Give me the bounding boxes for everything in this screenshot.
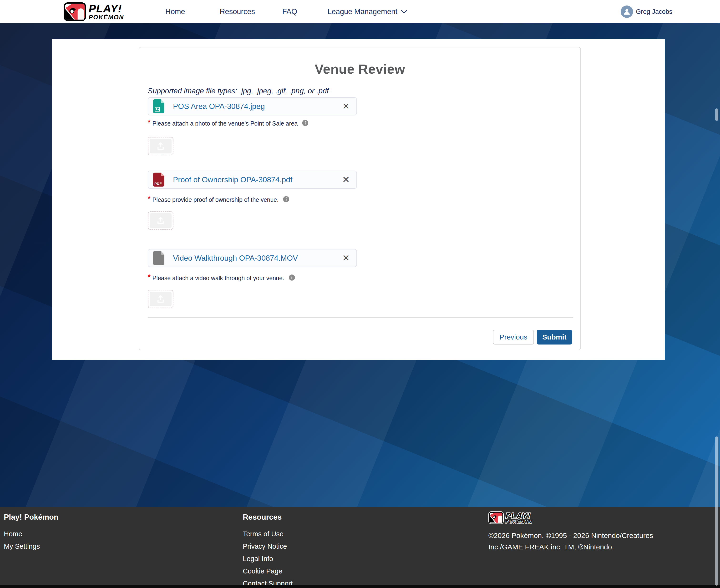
pdf-file-icon: PDF — [152, 172, 165, 187]
chevron-down-icon — [401, 9, 407, 14]
info-icon[interactable] — [289, 274, 295, 281]
upload-icon — [156, 142, 165, 150]
nav-item-league-management-label: League Management — [327, 7, 397, 16]
venue-review-panel: Venue Review Supported image file types:… — [139, 47, 581, 350]
file-name[interactable]: Proof of Ownership OPA-30874.pdf — [173, 175, 292, 184]
form-actions: Previous Submit — [148, 330, 572, 344]
upload-icon — [156, 216, 165, 225]
video-file-icon — [152, 250, 165, 266]
footer-column-legal: PLAY! POKÉMON ©2026 Pokémon. ©1995 - 202… — [484, 507, 720, 585]
page: PLAY! POKÉMON Home Resources FAQ League … — [0, 0, 720, 588]
user-name: Greg Jacobs — [636, 8, 672, 16]
upload-button[interactable] — [150, 292, 172, 307]
previous-button[interactable]: Previous — [493, 330, 534, 344]
brand-line2: POKÉMON — [89, 14, 124, 20]
uploaded-file-video-walkthrough[interactable]: Video Walkthrough OPA-30874.MOV ✕ — [148, 249, 357, 267]
supported-file-types-note: Supported image file types: .jpg, .jpeg,… — [148, 87, 572, 96]
file-name[interactable]: POS Area OPA-30874.jpeg — [173, 102, 265, 111]
content-card: Venue Review Supported image file types:… — [52, 39, 665, 360]
user-menu[interactable]: Greg Jacobs — [621, 0, 672, 23]
image-file-icon — [152, 99, 165, 114]
required-marker: * — [148, 194, 151, 203]
footer-heading: Resources — [243, 513, 484, 522]
upload-dropzone-pos-area[interactable] — [148, 137, 173, 155]
footer-link-home[interactable]: Home — [4, 530, 241, 538]
nav-item-faq[interactable]: FAQ — [282, 0, 297, 23]
upload-button[interactable] — [150, 213, 172, 228]
requirement-text: Please attach a video walk through of yo… — [152, 274, 284, 281]
submit-button[interactable]: Submit — [537, 330, 572, 344]
pdf-icon-label: PDF — [154, 182, 162, 186]
nav-item-resources-label: Resources — [220, 7, 255, 16]
file-requirement-row: * Please attach a video walk through of … — [148, 274, 572, 282]
upload-button[interactable] — [150, 139, 172, 153]
footer-link-privacy-notice[interactable]: Privacy Notice — [243, 543, 484, 550]
upload-icon — [156, 295, 165, 303]
info-icon[interactable] — [283, 196, 290, 203]
copyright-text: ©2026 Pokémon. ©1995 - 2026 Nintendo/Cre… — [488, 530, 662, 553]
footer-link-my-settings[interactable]: My Settings — [4, 543, 241, 550]
nav-item-resources[interactable]: Resources — [220, 0, 255, 23]
brand-line1: PLAY! — [89, 3, 124, 14]
play-pokemon-logo-icon — [63, 2, 86, 21]
person-icon — [623, 8, 631, 16]
nav-item-home[interactable]: Home — [165, 0, 185, 23]
upload-dropzone-proof-of-ownership[interactable] — [148, 211, 173, 230]
info-icon[interactable] — [302, 120, 309, 126]
required-marker: * — [148, 119, 151, 126]
footer: Play! Pokémon Home My Settings Resources… — [0, 507, 720, 585]
footer-column-resources: Resources Terms of Use Privacy Notice Le… — [241, 507, 484, 585]
upload-dropzone-video-walkthrough[interactable] — [148, 290, 173, 308]
nav-item-home-label: Home — [165, 7, 185, 16]
avatar — [621, 5, 633, 18]
footer-link-terms-of-use[interactable]: Terms of Use — [243, 530, 484, 538]
brand-line2: POKÉMON — [506, 520, 532, 524]
divider — [148, 317, 573, 318]
footer-heading: Play! Pokémon — [4, 513, 241, 522]
requirement-text: Please provide proof of ownership of the… — [152, 195, 279, 203]
uploaded-file-pos-area[interactable]: POS Area OPA-30874.jpeg ✕ — [148, 97, 357, 115]
scrollbar-thumb-top[interactable] — [715, 108, 718, 121]
brand-line1: PLAY! — [506, 511, 532, 520]
top-navbar: PLAY! POKÉMON Home Resources FAQ League … — [0, 0, 720, 23]
nav-item-league-management[interactable]: League Management — [327, 0, 407, 23]
footer-link-cookie-page[interactable]: Cookie Page — [243, 567, 484, 575]
file-requirement-row: * Please provide proof of ownership of t… — [148, 195, 572, 204]
remove-file-button[interactable]: ✕ — [342, 175, 350, 184]
page-title: Venue Review — [148, 61, 572, 77]
scrollbar-thumb[interactable] — [715, 437, 718, 586]
remove-file-button[interactable]: ✕ — [342, 102, 350, 111]
file-requirement-row: * Please attach a photo of the venue’s P… — [148, 119, 572, 126]
uploaded-file-proof-of-ownership[interactable]: PDF Proof of Ownership OPA-30874.pdf ✕ — [148, 171, 357, 189]
footer-link-legal-info[interactable]: Legal Info — [243, 555, 484, 563]
required-marker: * — [148, 273, 151, 281]
remove-file-button[interactable]: ✕ — [342, 253, 350, 262]
footer-play-pokemon-logo: PLAY! POKÉMON — [488, 511, 720, 525]
nav-item-faq-label: FAQ — [282, 7, 297, 16]
requirement-text: Please attach a photo of the venue’s Poi… — [152, 119, 298, 126]
play-pokemon-logo[interactable]: PLAY! POKÉMON — [63, 2, 124, 21]
file-name[interactable]: Video Walkthrough OPA-30874.MOV — [173, 254, 298, 262]
play-pokemon-logo-icon — [488, 511, 504, 525]
footer-column-play-pokemon: Play! Pokémon Home My Settings — [0, 507, 241, 585]
footer-bottom-strip — [0, 585, 720, 588]
